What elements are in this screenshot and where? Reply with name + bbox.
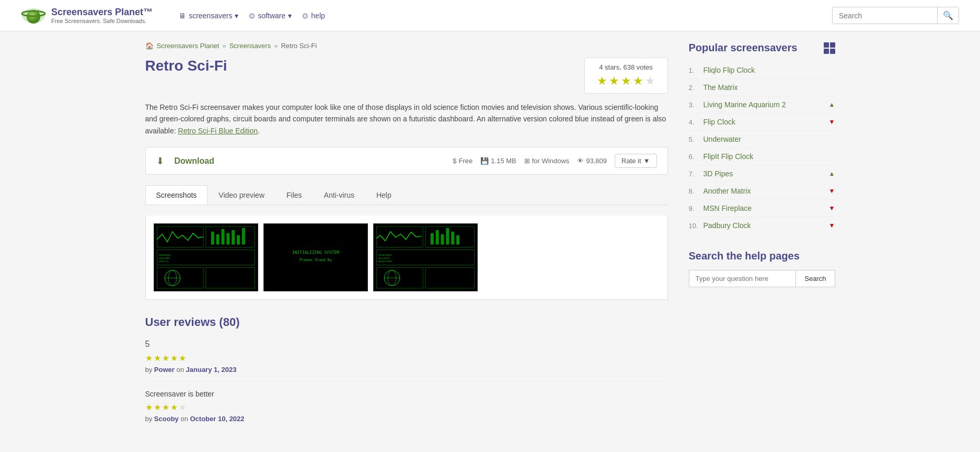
header-search-button[interactable]: 🔍 (937, 7, 959, 24)
popular-link-4[interactable]: Flip Clock (704, 118, 825, 126)
main-nav: 🖥 screensavers ▾ ⊙ software ▾ ⊙ help (179, 12, 325, 20)
tab-help[interactable]: Help (365, 185, 402, 205)
arrow-down-icon: ▼ (829, 205, 835, 212)
svg-rect-45 (456, 235, 459, 245)
tab-screenshots[interactable]: Screenshots (145, 185, 208, 205)
rate-button[interactable]: Rate it ▼ (615, 154, 656, 168)
r2-star-4: ★ (170, 402, 178, 412)
item-num: 7. (689, 170, 699, 178)
list-item: 8. Another Matrix ▼ (689, 183, 835, 200)
site-header: Screensavers Planet™ Free Screensavers. … (0, 0, 980, 31)
nav-software[interactable]: ⊙ software ▾ (249, 12, 292, 20)
svg-rect-20 (232, 230, 235, 245)
r1-star-1: ★ (145, 353, 153, 363)
svg-text:C8C/24879: C8C/24879 (378, 257, 389, 259)
download-bar: ⬇ Download $ Free 💾 1.15 MB ⊞ for Window… (145, 147, 668, 175)
description: The Retro Sci-Fi screensaver makes your … (145, 101, 668, 137)
list-item: 2. The Matrix (689, 79, 835, 96)
list-item: 9. MSN Fireplace ▼ (689, 200, 835, 217)
popular-link-7[interactable]: 3D Pipes (704, 170, 825, 178)
logo-link[interactable]: Screensavers Planet™ Free Screensavers. … (21, 3, 153, 28)
list-item: 1. Fliqlo Flip Clock (689, 62, 835, 79)
nav-software-label: software (258, 12, 285, 20)
tab-files[interactable]: Files (275, 185, 313, 205)
chevron-down-icon: ▾ (235, 12, 238, 20)
item-num: 4. (689, 118, 699, 126)
stars-display: ★ ★ ★ ★ ★ (595, 74, 657, 88)
screenshots-grid: SA9CO/B345 C265/9A85 3210V-12 (145, 216, 668, 300)
screenshot-3[interactable]: FS5FE3/4879 C8C/24879 8510uF/FR85 (373, 223, 478, 291)
popular-link-2[interactable]: The Matrix (704, 83, 835, 92)
nav-help-label: help (311, 12, 325, 20)
review-2-text: Screensaver is better (145, 390, 668, 398)
help-search-button[interactable]: Search (795, 270, 835, 287)
arrow-up-icon: ▲ (829, 101, 835, 108)
breadcrumb-screensavers-link[interactable]: Screensavers (229, 42, 271, 50)
svg-rect-41 (435, 230, 439, 245)
star-3: ★ (621, 74, 631, 88)
size-meta: 💾 1.15 MB (480, 157, 516, 165)
r2-star-5: ★ (179, 402, 186, 412)
header-search-input[interactable] (833, 8, 937, 23)
platform-meta: ⊞ for Windows (524, 157, 570, 165)
review-1-meta: by Power on January 1, 2023 (145, 366, 668, 374)
blue-edition-link[interactable]: Retro Sci-Fi Blue Edition (178, 127, 258, 135)
windows-logo-icon (824, 42, 835, 54)
list-item: 6. FlipIt Flip Clock (689, 148, 835, 165)
star-1: ★ (597, 74, 607, 88)
tab-video[interactable]: Video preview (207, 185, 275, 205)
price-meta: $ Free (453, 157, 472, 165)
header-search: 🔍 (832, 7, 959, 24)
arrow-down-icon: ▼ (829, 118, 835, 126)
item-num: 2. (689, 84, 699, 92)
popular-link-9[interactable]: MSN Fireplace (704, 204, 825, 212)
popular-link-10[interactable]: Padbury Clock (704, 221, 825, 230)
r1-star-5: ★ (179, 353, 186, 363)
star-4: ★ (633, 74, 643, 88)
list-item: 4. Flip Clock ▼ (689, 114, 835, 131)
rate-label: Rate it (621, 157, 641, 165)
svg-rect-18 (221, 229, 224, 245)
r1-star-2: ★ (154, 353, 161, 363)
eye-icon: 👁 (577, 157, 584, 165)
popular-link-5[interactable]: Underwater (704, 135, 835, 143)
help-search-input[interactable] (689, 270, 796, 287)
svg-rect-16 (211, 232, 214, 245)
review-1-stars: ★ ★ ★ ★ ★ (145, 353, 668, 363)
breadcrumb: 🏠 Screensavers Planet » Screensavers » R… (145, 42, 668, 50)
rating-box: 4 stars, 638 votes ★ ★ ★ ★ ★ (584, 58, 668, 94)
r1-star-4: ★ (170, 353, 178, 363)
popular-section-title: Popular screensavers (689, 42, 835, 54)
logo-subtitle: Free Screensavers. Safe Downloads. (51, 18, 153, 24)
screenshot-2[interactable]: INITIALIZING SYSTEM Please Stand By (263, 223, 368, 291)
download-meta: $ Free 💾 1.15 MB ⊞ for Windows 👁 93,809 … (453, 154, 656, 168)
help-icon: ⊙ (302, 12, 308, 20)
review-2-date: October 10, 2022 (190, 415, 245, 423)
popular-link-1[interactable]: Fliqlo Flip Clock (704, 66, 835, 74)
list-item: 5. Underwater (689, 131, 835, 148)
breadcrumb-sep-2: » (274, 42, 278, 50)
tabs-bar: Screenshots Video preview Files Anti-vir… (145, 185, 668, 205)
svg-text:FS5FE3/4879: FS5FE3/4879 (378, 254, 392, 256)
r2-star-2: ★ (154, 402, 161, 412)
popular-link-6[interactable]: FlipIt Flip Clock (704, 152, 835, 161)
help-search-title: Search the help pages (689, 250, 835, 262)
breadcrumb-home-link[interactable]: Screensavers Planet (157, 42, 220, 50)
monitor-icon: 🖥 (179, 12, 186, 20)
nav-help[interactable]: ⊙ help (302, 12, 325, 20)
popular-screensavers-list: 1. Fliqlo Flip Clock 2. The Matrix 3. Li… (689, 62, 835, 234)
nav-screensavers[interactable]: 🖥 screensavers ▾ (179, 12, 238, 20)
svg-text:3210V-12: 3210V-12 (158, 260, 169, 263)
home-icon: 🏠 (145, 42, 154, 50)
item-num: 6. (689, 153, 699, 161)
tab-antivirus[interactable]: Anti-virus (313, 185, 365, 205)
dollar-icon: $ (453, 157, 456, 165)
svg-rect-19 (226, 233, 229, 245)
reviews-section: User reviews (80) 5 ★ ★ ★ ★ ★ by Power o… (145, 315, 668, 423)
popular-link-8[interactable]: Another Matrix (704, 187, 825, 195)
download-button[interactable]: Download (175, 156, 214, 166)
logo-icon (21, 3, 46, 28)
svg-text:C265/9A85: C265/9A85 (158, 257, 170, 259)
screenshot-1[interactable]: SA9CO/B345 C265/9A85 3210V-12 (154, 223, 258, 291)
popular-link-3[interactable]: Living Marine Aquarium 2 (704, 100, 825, 109)
